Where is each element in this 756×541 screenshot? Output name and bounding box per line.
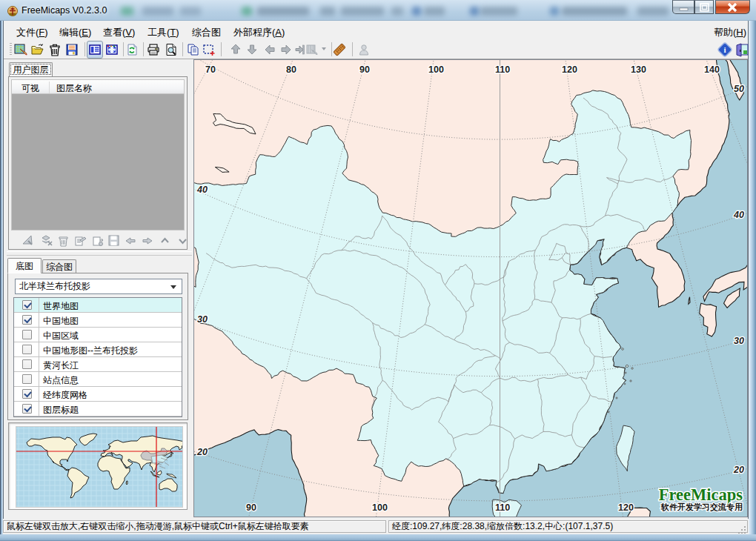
svg-text:50: 50 [734,84,744,94]
svg-text:30: 30 [734,336,744,346]
svg-text:90: 90 [246,502,256,513]
svg-text:软件开发学习交流专用: 软件开发学习交流专用 [660,502,743,512]
svg-text:120: 120 [618,502,634,513]
svg-text:100: 100 [428,64,444,75]
svg-text:90: 90 [359,64,370,75]
svg-text:100: 100 [372,502,388,513]
svg-text:140: 140 [704,64,720,75]
svg-text:20: 20 [196,447,208,457]
svg-text:i: i [723,45,726,54]
svg-text:40: 40 [733,210,744,220]
svg-text:20: 20 [733,465,744,475]
svg-text:110: 110 [495,64,510,75]
svg-text:110: 110 [495,502,510,513]
svg-text:80: 80 [286,64,296,75]
svg-text:FreeMicaps: FreeMicaps [659,485,743,504]
svg-text:40: 40 [196,185,208,195]
svg-text:120: 120 [562,64,577,75]
svg-text:70: 70 [205,64,216,75]
svg-text:30: 30 [197,314,208,325]
svg-text:130: 130 [631,64,646,75]
